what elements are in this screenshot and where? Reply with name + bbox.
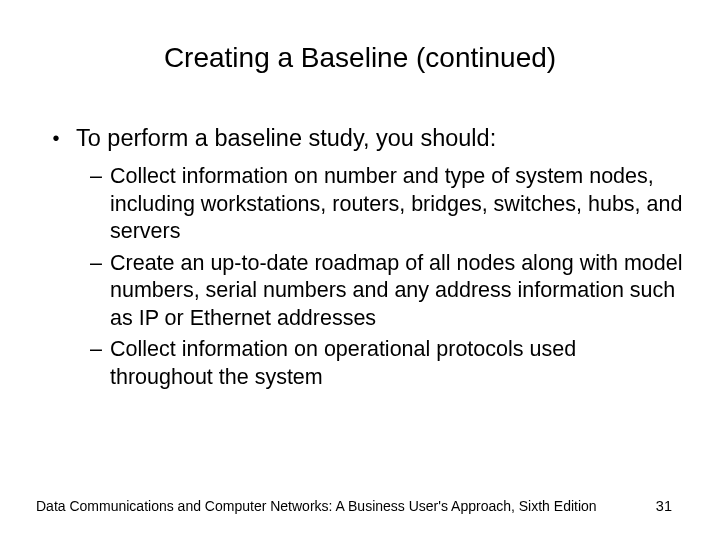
bullet-level1-text: To perform a baseline study, you should: (76, 124, 496, 153)
dash-icon: – (90, 163, 110, 246)
footer-page-number: 31 (656, 498, 684, 514)
slide-body: • To perform a baseline study, you shoul… (36, 124, 684, 392)
sub-bullet-list: – Collect information on number and type… (36, 163, 684, 391)
bullet-level1: • To perform a baseline study, you shoul… (36, 124, 684, 153)
bullet-level2-text: Collect information on operational proto… (110, 336, 684, 391)
bullet-level2-text: Collect information on number and type o… (110, 163, 684, 246)
slide-footer: Data Communications and Computer Network… (36, 498, 684, 514)
slide-title: Creating a Baseline (continued) (36, 42, 684, 74)
dash-icon: – (90, 336, 110, 391)
bullet-level2-text: Create an up-to-date roadmap of all node… (110, 250, 684, 333)
bullet-level2: – Create an up-to-date roadmap of all no… (90, 250, 684, 333)
bullet-level2: – Collect information on operational pro… (90, 336, 684, 391)
footer-source: Data Communications and Computer Network… (36, 498, 597, 514)
dash-icon: – (90, 250, 110, 333)
bullet-level2: – Collect information on number and type… (90, 163, 684, 246)
slide: Creating a Baseline (continued) • To per… (0, 0, 720, 540)
bullet-icon: • (36, 124, 76, 153)
